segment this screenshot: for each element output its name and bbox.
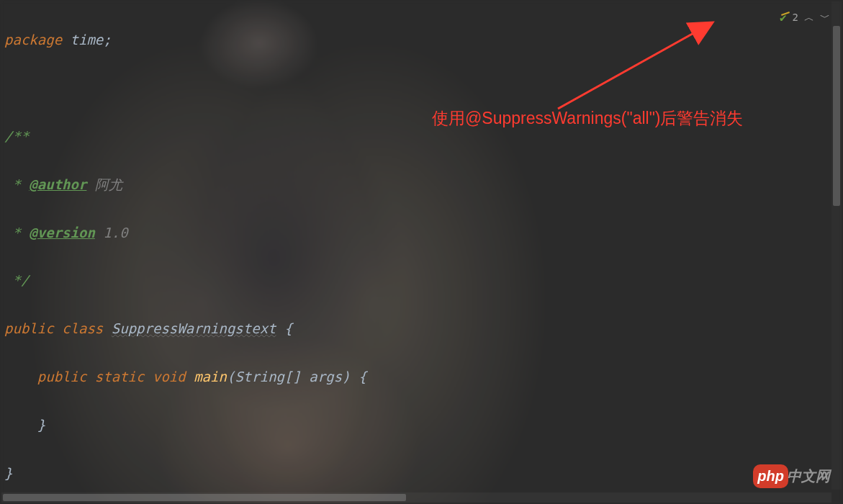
horizontal-scrollbar-thumb[interactable]: [3, 494, 406, 501]
doc-comment: 1.0: [95, 225, 128, 240]
keyword: class: [62, 320, 103, 336]
code-line[interactable]: }: [4, 413, 843, 437]
keyword: public: [37, 369, 87, 384]
chevron-down-icon[interactable]: ﹀: [820, 6, 830, 30]
annotation-text: 使用@SuppressWarnings("all")后警告消失: [432, 107, 743, 130]
vertical-scrollbar-thumb[interactable]: [833, 26, 840, 206]
vertical-scrollbar-track[interactable]: [831, 1, 842, 490]
doc-comment: */: [4, 272, 29, 288]
doc-comment: *: [4, 176, 29, 192]
problem-count[interactable]: 2: [793, 6, 798, 30]
doc-tag-author: @author: [29, 176, 86, 192]
watermark: php中文网: [753, 464, 830, 488]
code-line[interactable]: public static void main(String[] args) {: [4, 365, 843, 389]
doc-tag-version: @version: [29, 225, 95, 240]
parameters: String[] args: [235, 369, 342, 384]
keyword: static: [95, 369, 145, 384]
code-line[interactable]: * @author 阿尤: [4, 173, 843, 197]
chevron-up-icon[interactable]: ︿: [804, 6, 814, 30]
keyword: public: [4, 320, 54, 336]
brace: {: [276, 320, 293, 336]
watermark-text: 中文网: [787, 468, 830, 484]
code-line[interactable]: package time;: [4, 28, 843, 52]
code-line[interactable]: [4, 76, 843, 100]
code-editor[interactable]: package time; /** * @author 阿尤 * @versio…: [0, 0, 843, 504]
watermark-badge: php: [753, 464, 788, 488]
keyword: void: [153, 369, 186, 384]
code-line[interactable]: */: [4, 269, 843, 292]
semicolon: ;: [103, 32, 111, 48]
code-line[interactable]: public class SuppressWarningstext {: [4, 317, 843, 341]
class-name: SuppressWarningstext: [112, 320, 276, 336]
inspection-indicators: ✔ 2 ︿ ﹀: [780, 6, 830, 30]
horizontal-scrollbar-track[interactable]: [1, 492, 831, 503]
code-line[interactable]: }: [4, 462, 843, 485]
doc-comment: *: [4, 225, 29, 240]
method-name: main: [194, 369, 227, 384]
code-line[interactable]: * @version 1.0: [4, 221, 843, 245]
package-name: time: [62, 32, 103, 48]
checkmark-icon[interactable]: ✔: [780, 6, 787, 30]
doc-comment: 阿尤: [86, 176, 122, 192]
keyword: package: [4, 32, 62, 48]
doc-comment: /**: [4, 128, 29, 144]
